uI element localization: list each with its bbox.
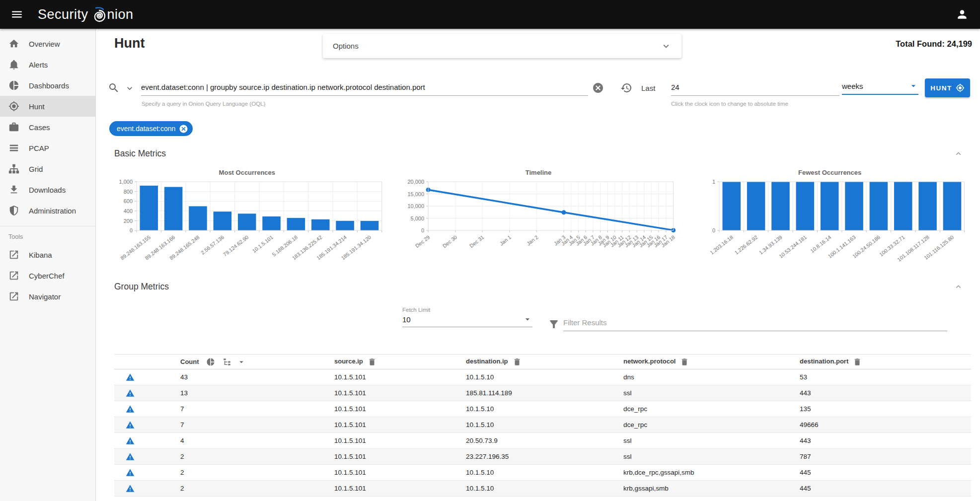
trash-icon[interactable] (513, 358, 522, 366)
sidebar-item-downloads[interactable]: Downloads (0, 179, 95, 200)
warning-icon[interactable] (126, 452, 135, 461)
table-body: 4310.1.5.10110.1.5.10dns531310.1.5.10118… (114, 369, 971, 497)
chart-options-caret-icon[interactable] (237, 358, 246, 366)
warning-icon[interactable] (126, 468, 135, 477)
home-icon (8, 38, 19, 49)
table-row[interactable]: 210.1.5.10110.1.5.10krb,gssapi,smb445 (114, 481, 971, 497)
table-cell: 4 (146, 437, 334, 444)
trash-icon[interactable] (853, 358, 862, 366)
query-dropdown-chevron-icon[interactable] (125, 83, 135, 93)
sidebar-tools-header: Tools (0, 226, 95, 244)
trash-icon[interactable] (368, 358, 377, 366)
pie-chart-toggle-icon[interactable] (206, 358, 215, 366)
relative-time-input[interactable] (671, 83, 839, 96)
query-input[interactable] (141, 83, 588, 96)
menu-down-icon (523, 314, 532, 324)
onion-spiral-icon (92, 6, 107, 23)
warning-icon[interactable] (126, 421, 135, 429)
time-history-icon[interactable] (620, 82, 632, 94)
sidebar-tools: KibanaCyberChefNavigator (0, 244, 95, 307)
hunt-button[interactable]: HUNT (925, 78, 970, 97)
svg-text:Dec 30: Dec 30 (441, 234, 458, 249)
svg-text:800: 800 (124, 189, 133, 195)
warning-icon[interactable] (126, 373, 135, 382)
svg-text:5,000: 5,000 (410, 215, 424, 221)
sidebar-item-hunt[interactable]: Hunt (0, 96, 95, 117)
sidebar-item-navigator[interactable]: Navigator (0, 286, 95, 307)
sidebar-item-alerts[interactable]: Alerts (0, 54, 95, 75)
svg-text:1: 1 (712, 179, 715, 185)
sidebar-item-cyberchef[interactable]: CyberChef (0, 265, 95, 286)
filetree-sankey-toggle-icon[interactable] (223, 358, 231, 366)
logo-text-right: nion (107, 7, 134, 22)
table-cell: 10.1.5.101 (334, 453, 466, 460)
warning-icon[interactable] (126, 389, 135, 398)
table-cell: dce_rpc (623, 421, 800, 429)
svg-text:1.34.93.139: 1.34.93.139 (758, 234, 783, 256)
relative-time-hint: Click the clock icon to change to absolu… (671, 101, 788, 107)
groupby-table: Countsource.ipdestination.ipnetwork.prot… (114, 354, 971, 497)
openinnew-icon (8, 270, 19, 281)
sidebar-item-dashboards[interactable]: Dashboards (0, 75, 95, 96)
sidebar-item-kibana[interactable]: Kibana (0, 244, 95, 265)
warning-icon[interactable] (126, 436, 135, 445)
table-cell: 10.1.5.10 (466, 469, 623, 476)
svg-text:15,000: 15,000 (407, 191, 424, 197)
sidebar-item-administration[interactable]: Administration (0, 200, 95, 221)
table-cell: ssl (623, 453, 800, 460)
time-units-select[interactable]: weeks (842, 81, 918, 95)
query-hint: Specify a query in Onion Query Language … (142, 101, 265, 107)
table-row[interactable]: 210.1.5.10110.1.5.10krb,dce_rpc,gssapi,s… (114, 465, 971, 481)
column-label: network.protocol (623, 358, 676, 365)
sidebar-item-cases[interactable]: Cases (0, 117, 95, 138)
filter-results-input[interactable] (563, 318, 947, 331)
options-expander[interactable]: Options (323, 34, 681, 58)
sidebar-item-grid[interactable]: Grid (0, 158, 95, 179)
table-cell: 49666 (800, 421, 971, 429)
fetch-limit-select[interactable]: Fetch Limit 10 (402, 307, 532, 327)
table-row[interactable]: 410.1.5.10120.50.73.9ssl443 (114, 433, 971, 449)
basic-metrics-section-header: Basic Metrics (114, 147, 970, 160)
group-metrics-title: Group Metrics (114, 282, 169, 292)
column-label: destination.ip (466, 358, 508, 365)
sidebar: OverviewAlertsDashboardsHuntCasesPCAPGri… (0, 29, 96, 501)
column-header-destination.ip: destination.ip (466, 358, 623, 366)
table-cell: 7 (146, 421, 334, 429)
table-row[interactable]: 4310.1.5.10110.1.5.10dns53 (114, 369, 971, 385)
trash-icon[interactable] (680, 358, 689, 366)
table-row[interactable]: 710.1.5.10110.1.5.10dce_rpc49666 (114, 417, 971, 433)
remove-filter-icon[interactable] (179, 124, 188, 134)
svg-text:2.56.57.136: 2.56.57.136 (200, 234, 225, 256)
svg-text:0: 0 (712, 227, 715, 233)
briefcase-icon (8, 122, 19, 133)
table-row[interactable]: 710.1.5.10110.1.5.10dce_rpc135 (114, 401, 971, 417)
menu-down-icon (908, 81, 918, 91)
top-app-bar: Security nion (0, 0, 980, 29)
relative-time-label: Last (641, 84, 655, 92)
sidebar-item-overview[interactable]: Overview (0, 33, 95, 54)
clear-query-icon[interactable] (592, 82, 604, 94)
svg-text:10.8.16.14: 10.8.16.14 (809, 234, 832, 254)
table-row[interactable]: 1310.1.5.101185.81.114.189ssl443 (114, 385, 971, 401)
chevron-down-icon (661, 41, 672, 52)
warning-icon[interactable] (126, 484, 135, 493)
user-account-icon[interactable] (952, 4, 972, 24)
table-cell: 10.1.5.10 (466, 421, 623, 429)
table-cell: 2 (146, 453, 334, 460)
hamburger-menu-icon[interactable] (7, 4, 27, 24)
time-units-value: weeks (842, 82, 863, 90)
collapse-basic-metrics-icon[interactable] (954, 149, 963, 158)
svg-text:10.1.5.101: 10.1.5.101 (251, 234, 274, 254)
hunt-button-label: HUNT (930, 84, 952, 92)
filter-chip[interactable]: event.dataset:conn (109, 121, 193, 136)
column-label: destination.port (800, 358, 848, 365)
table-cell: 10.1.5.101 (334, 373, 466, 381)
sidebar-item-pcap[interactable]: PCAP (0, 138, 95, 158)
svg-text:Jan 1: Jan 1 (498, 234, 512, 246)
table-header-row: Countsource.ipdestination.ipnetwork.prot… (114, 354, 971, 369)
warning-icon[interactable] (126, 405, 135, 414)
collapse-group-metrics-icon[interactable] (954, 282, 963, 291)
column-label: source.ip (334, 358, 363, 365)
svg-text:1.226.62.92: 1.226.62.92 (734, 234, 759, 256)
table-row[interactable]: 210.1.5.10123.227.196.35ssl787 (114, 449, 971, 465)
